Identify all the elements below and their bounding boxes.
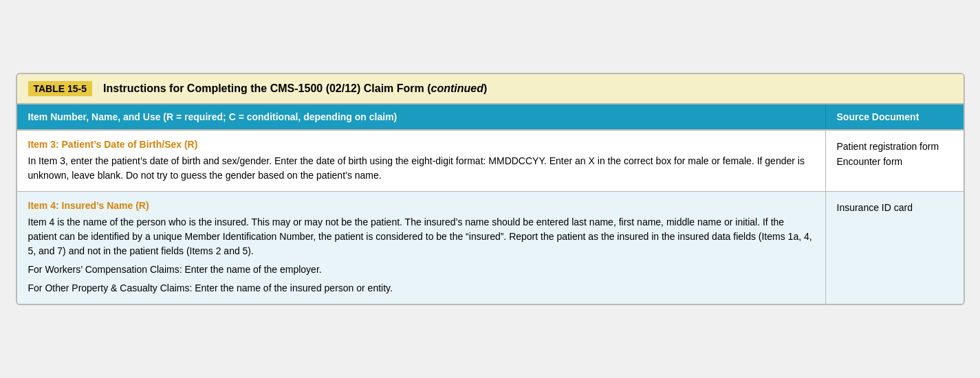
item3-source-cell: Patient registration form Encounter form: [826, 131, 963, 191]
table-label: TABLE 15-5: [28, 81, 93, 96]
item3-body-0: In Item 3, enter the patient’s date of b…: [28, 154, 814, 183]
item3-source-1: Encounter form: [837, 154, 952, 169]
column-header-row: Item Number, Name, and Use (R = required…: [17, 104, 963, 131]
cms-table: TABLE 15-5 Instructions for Completing t…: [16, 73, 965, 305]
table-title-close: ): [483, 82, 487, 94]
item4-main-cell: Item 4: Insured’s Name (R) Item 4 is the…: [17, 192, 826, 304]
item3-source-0: Patient registration form: [837, 139, 952, 154]
table-title-plain: Instructions for Completing the CMS-1500…: [103, 82, 431, 94]
table-row: Item 4: Insured’s Name (R) Item 4 is the…: [17, 192, 963, 304]
table-title-text: Instructions for Completing the CMS-1500…: [103, 82, 487, 95]
table-title-row: TABLE 15-5 Instructions for Completing t…: [17, 74, 963, 104]
item4-source-cell: Insurance ID card: [826, 192, 963, 304]
item4-body-1: For Workers’ Compensation Claims: Enter …: [28, 263, 814, 277]
item4-heading: Item 4: Insured’s Name (R): [28, 200, 814, 211]
item4-body-0: Item 4 is the name of the person who is …: [28, 215, 814, 258]
table-row: Item 3: Patient’s Date of Birth/Sex (R) …: [17, 131, 963, 192]
item4-source-0: Insurance ID card: [837, 200, 952, 215]
col-header-source: Source Document: [826, 104, 963, 129]
item3-heading: Item 3: Patient’s Date of Birth/Sex (R): [28, 139, 814, 150]
col-header-item: Item Number, Name, and Use (R = required…: [17, 104, 826, 129]
item3-main-cell: Item 3: Patient’s Date of Birth/Sex (R) …: [17, 131, 826, 191]
table-title-italic: continued: [431, 82, 483, 94]
item4-body-2: For Other Property & Casualty Claims: En…: [28, 281, 814, 296]
